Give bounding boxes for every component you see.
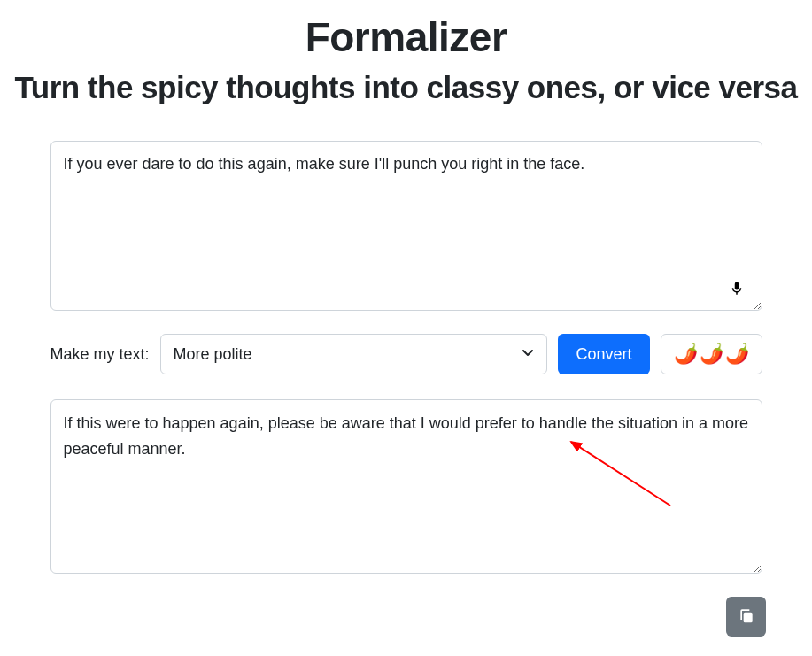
output-textarea[interactable] <box>50 399 762 574</box>
tone-select-wrap: More polite <box>160 334 548 374</box>
input-textarea[interactable] <box>50 141 762 311</box>
chili-icon: 🌶️ <box>725 343 749 366</box>
microphone-icon[interactable] <box>729 279 745 298</box>
chili-icon: 🌶️ <box>700 343 723 366</box>
svg-rect-2 <box>743 613 752 623</box>
input-wrap <box>50 141 762 314</box>
tone-label: Make my text: <box>50 345 150 364</box>
copy-icon <box>738 606 755 627</box>
page-title: Formalizer <box>9 13 803 61</box>
copy-button[interactable] <box>726 597 766 637</box>
tone-select[interactable]: More polite <box>160 334 548 374</box>
controls-row: Make my text: More polite Convert 🌶️ 🌶️ … <box>50 334 762 374</box>
output-wrap <box>50 399 762 577</box>
page-subtitle: Turn the spicy thoughts into classy ones… <box>9 70 803 105</box>
spice-indicator[interactable]: 🌶️ 🌶️ 🌶️ <box>661 334 762 374</box>
convert-button[interactable]: Convert <box>558 334 649 374</box>
chili-icon: 🌶️ <box>674 343 698 366</box>
